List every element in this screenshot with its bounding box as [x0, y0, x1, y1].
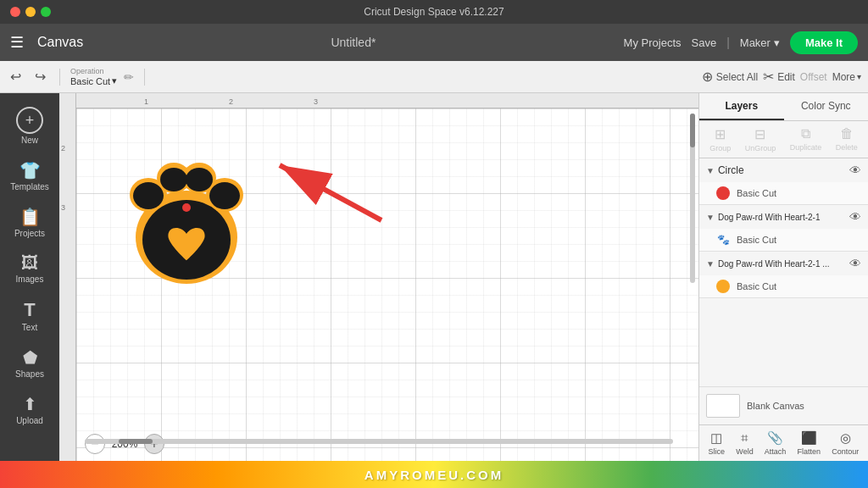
duplicate-button[interactable]: ⧉ Duplicate [790, 126, 822, 152]
sidebar-item-text[interactable]: T Text [4, 292, 55, 339]
layer-item-paw1-cut[interactable]: 🐾 Basic Cut [699, 229, 868, 251]
chevron-down-icon: ▾ [112, 75, 117, 86]
document-title[interactable]: Untitled* [97, 36, 609, 49]
sidebar-item-new[interactable]: + New [4, 100, 55, 152]
maximize-button[interactable] [41, 7, 51, 17]
layer-item-circle-cut[interactable]: Basic Cut [699, 182, 868, 204]
flatten-icon: ⬛ [801, 430, 817, 446]
svg-point-7 [160, 168, 187, 191]
operation-label: Operation [70, 67, 117, 75]
panel-actions: ⊞ Group ⊟ UnGroup ⧉ Duplicate 🗑 Delete [699, 121, 868, 158]
select-all-button[interactable]: ⊕ Select All [702, 69, 758, 85]
chevron-down-icon: ▾ [774, 36, 780, 49]
edit-color-icon[interactable]: ✏ [124, 70, 134, 84]
templates-icon: 👕 [19, 160, 41, 180]
minimize-button[interactable] [25, 7, 36, 17]
sidebar-item-images[interactable]: 🖼 Images [4, 247, 55, 291]
slice-button[interactable]: ◫ Slice [709, 430, 726, 456]
chevron-icon: ▼ [706, 166, 715, 175]
group-button[interactable]: ⊞ Group [709, 126, 731, 152]
toolbar-right-group: ⊕ Select All ✂ Edit Offset More ▾ [702, 69, 861, 85]
flatten-button[interactable]: ⬛ Flatten [798, 430, 821, 456]
ungroup-icon: ⊟ [754, 126, 765, 142]
svg-point-9 [209, 182, 240, 209]
zoom-out-button[interactable]: − [85, 434, 105, 454]
images-icon: 🖼 [21, 253, 38, 273]
eye-icon-paw2[interactable]: 👁 [849, 257, 861, 270]
sidebar-item-upload[interactable]: ⬆ Upload [4, 387, 55, 432]
sidebar-label-new: New [21, 136, 38, 145]
layer-header-circle[interactable]: ▼ Circle 👁 [699, 158, 868, 182]
vertical-scrollbar[interactable] [690, 114, 695, 283]
layer-name-circle: Circle [718, 164, 846, 176]
blank-canvas-section: Blank Canvas [699, 386, 868, 424]
layer-name-paw1: Dog Paw-rd With Heart-2-1 [718, 213, 846, 222]
ruler-left: 2 3 [59, 93, 76, 461]
paw-design[interactable] [102, 119, 271, 300]
brand-bar: AMYROMEU.COM [0, 461, 868, 488]
eye-icon-circle[interactable]: 👁 [849, 164, 861, 177]
make-it-button[interactable]: Make It [790, 31, 858, 54]
attach-button[interactable]: 📎 Attach [765, 430, 787, 456]
close-button[interactable] [10, 7, 20, 17]
ruler-top: 1 2 3 [76, 93, 698, 108]
paw-icon: 🐾 [716, 233, 730, 247]
canvas-area[interactable]: 1 2 3 2 3 [59, 93, 698, 461]
window-controls [10, 7, 51, 17]
layer-group-circle: ▼ Circle 👁 Basic Cut [699, 158, 868, 205]
scrollbar-thumb[interactable] [119, 439, 153, 444]
projects-icon: 📋 [19, 207, 41, 227]
color-dot-gold [716, 280, 730, 293]
weld-icon: ⌗ [741, 430, 748, 446]
undo-button[interactable]: ↩ [7, 67, 25, 86]
sidebar-label-upload: Upload [16, 416, 43, 425]
weld-button[interactable]: ⌗ Weld [736, 430, 753, 456]
title-bar: Cricut Design Space v6.12.227 [0, 0, 868, 24]
ruler-mark-1: 1 [144, 97, 148, 106]
nav-right: My Projects Save | Maker ▾ Make It [624, 31, 858, 54]
layer-header-paw2[interactable]: ▼ Dog Paw-rd With Heart-2-1 ... 👁 [699, 252, 868, 275]
main-layout: + New 👕 Templates 📋 Projects 🖼 Images T … [0, 93, 868, 461]
tab-layers[interactable]: Layers [699, 93, 784, 120]
sidebar-item-projects[interactable]: 📋 Projects [4, 200, 55, 245]
new-icon: + [16, 107, 43, 134]
app-title: Cricut Design Space v6.12.227 [364, 6, 504, 18]
ungroup-button[interactable]: ⊟ UnGroup [745, 126, 776, 152]
toolbar-separator [59, 69, 60, 86]
left-sidebar: + New 👕 Templates 📋 Projects 🖼 Images T … [0, 93, 59, 461]
color-dot-red [716, 186, 730, 200]
sidebar-item-templates[interactable]: 👕 Templates [4, 153, 55, 198]
my-projects-link[interactable]: My Projects [624, 36, 682, 49]
blank-canvas-thumbnail [706, 394, 740, 418]
vertical-scrollbar-thumb[interactable] [690, 114, 695, 147]
zoom-in-button[interactable]: + [144, 434, 164, 454]
layer-label-paw2-cut: Basic Cut [737, 281, 776, 291]
eye-icon-paw1[interactable]: 👁 [849, 210, 861, 224]
chevron-icon: ▼ [706, 213, 715, 222]
hamburger-menu[interactable]: ☰ [10, 33, 24, 52]
layer-item-paw2-cut[interactable]: Basic Cut [699, 275, 868, 297]
layer-header-paw1[interactable]: ▼ Dog Paw-rd With Heart-2-1 👁 [699, 205, 868, 229]
redo-button[interactable]: ↪ [31, 67, 49, 86]
upload-icon: ⬆ [23, 394, 37, 414]
delete-icon: 🗑 [840, 126, 854, 141]
operation-selector[interactable]: Operation Basic Cut ▾ [70, 67, 117, 86]
sidebar-label-shapes: Shapes [15, 369, 44, 379]
more-button[interactable]: More ▾ [832, 71, 861, 83]
delete-button[interactable]: 🗑 Delete [836, 126, 858, 152]
panel-bottom-actions: ◫ Slice ⌗ Weld 📎 Attach ⬛ Flatten ◎ Cont… [699, 424, 868, 461]
svg-point-8 [186, 168, 213, 191]
shapes-icon: ⬟ [23, 347, 37, 368]
sidebar-item-shapes[interactable]: ⬟ Shapes [4, 341, 55, 385]
layer-label-paw1-cut: Basic Cut [737, 235, 776, 245]
edit-button[interactable]: ✂ Edit [763, 69, 795, 85]
save-button[interactable]: Save [692, 36, 717, 49]
maker-selector[interactable]: Maker ▾ [740, 36, 780, 49]
chevron-down-icon: ▾ [857, 72, 861, 81]
operation-value[interactable]: Basic Cut ▾ [70, 75, 117, 86]
horizontal-scrollbar[interactable] [85, 439, 673, 444]
contour-button[interactable]: ◎ Contour [832, 430, 859, 456]
offset-label: Offset [800, 71, 827, 83]
nav-divider: | [726, 36, 730, 49]
tab-color-sync[interactable]: Color Sync [784, 93, 869, 120]
